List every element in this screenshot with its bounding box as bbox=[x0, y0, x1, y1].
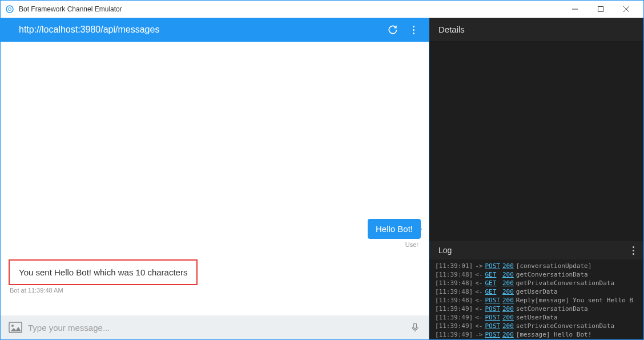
details-body bbox=[429, 42, 643, 241]
content-area: http://localhost:3980/api/messages Hello… bbox=[1, 18, 643, 339]
user-message-bubble[interactable]: Hello Bot! bbox=[368, 219, 421, 239]
window-title: Bot Framework Channel Emulator bbox=[19, 5, 562, 13]
bot-message-bubble[interactable]: You sent Hello Bot! which was 10 charact… bbox=[9, 259, 198, 285]
log-title: Log bbox=[438, 246, 452, 255]
log-body: [11:39:01]->POST200[conversationUpdate] … bbox=[429, 259, 643, 339]
message-input[interactable] bbox=[28, 323, 409, 333]
log-entry[interactable]: [11:39:49]<-POST200setPrivateConversatio… bbox=[435, 322, 638, 330]
log-entry[interactable]: [11:39:01]->POST200[conversationUpdate] bbox=[435, 262, 638, 270]
log-entry[interactable]: [11:39:49]<-POST200setConversationData bbox=[435, 305, 638, 313]
log-entry[interactable]: [11:39:48]<-GET 200getUserData bbox=[435, 287, 638, 296]
user-label: User bbox=[368, 241, 418, 248]
bot-message-wrap: You sent Hello Bot! which was 10 charact… bbox=[9, 259, 198, 294]
image-attach-icon[interactable] bbox=[9, 322, 22, 333]
svg-rect-8 bbox=[414, 323, 417, 329]
log-entry[interactable]: [11:39:49]<-POST200setUserData bbox=[435, 313, 638, 322]
window-controls bbox=[562, 1, 639, 17]
refresh-icon[interactable] bbox=[387, 23, 399, 36]
log-entry[interactable]: [11:39:48]<-POST200Reply[message] You se… bbox=[435, 296, 638, 305]
minimize-button[interactable] bbox=[562, 1, 587, 17]
app-window: Bot Framework Channel Emulator http://lo… bbox=[0, 0, 644, 340]
log-more-icon[interactable] bbox=[633, 246, 634, 255]
chat-messages: Hello Bot! User You sent Hello Bot! whic… bbox=[1, 42, 429, 315]
details-header: Details bbox=[429, 18, 643, 42]
more-icon[interactable] bbox=[407, 23, 420, 36]
inspector-pane: Details Log [11:39:01]->POST200[conversa… bbox=[429, 18, 643, 339]
log-entry[interactable]: [11:39:48]<-GET 200getPrivateConversatio… bbox=[435, 279, 638, 287]
details-title: Details bbox=[438, 25, 465, 34]
message-input-bar bbox=[1, 315, 429, 339]
user-message-wrap: Hello Bot! User bbox=[368, 219, 421, 248]
bot-label: Bot at 11:39:48 AM bbox=[10, 287, 198, 294]
titlebar: Bot Framework Channel Emulator bbox=[1, 1, 643, 18]
log-entry[interactable]: [11:39:49]->POST200[message] Hello Bot! bbox=[435, 330, 638, 339]
chat-pane: http://localhost:3980/api/messages Hello… bbox=[1, 18, 429, 339]
svg-point-7 bbox=[11, 325, 14, 327]
microphone-icon[interactable] bbox=[409, 322, 421, 333]
endpoint-url[interactable]: http://localhost:3980/api/messages bbox=[19, 25, 379, 35]
svg-rect-3 bbox=[598, 7, 603, 12]
maximize-button[interactable] bbox=[587, 1, 613, 17]
close-button[interactable] bbox=[613, 1, 639, 17]
log-entry[interactable]: [11:39:48]<-GET 200getConversationData bbox=[435, 270, 638, 279]
app-icon bbox=[5, 5, 14, 14]
svg-point-0 bbox=[6, 6, 13, 13]
address-bar: http://localhost:3980/api/messages bbox=[1, 18, 429, 42]
svg-point-1 bbox=[9, 8, 11, 11]
log-header: Log bbox=[429, 241, 643, 259]
